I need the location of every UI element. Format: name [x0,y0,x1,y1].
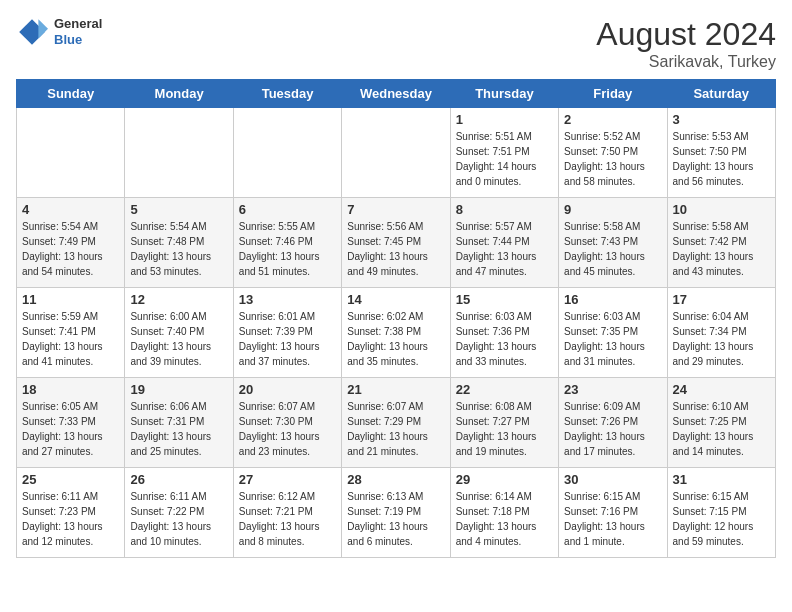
day-info: Sunrise: 5:51 AMSunset: 7:51 PMDaylight:… [456,129,553,189]
calendar-cell [125,108,233,198]
day-info: Sunrise: 5:52 AMSunset: 7:50 PMDaylight:… [564,129,661,189]
day-number: 2 [564,112,661,127]
day-number: 5 [130,202,227,217]
calendar-cell: 27Sunrise: 6:12 AMSunset: 7:21 PMDayligh… [233,468,341,558]
calendar-cell: 15Sunrise: 6:03 AMSunset: 7:36 PMDayligh… [450,288,558,378]
day-info: Sunrise: 5:57 AMSunset: 7:44 PMDaylight:… [456,219,553,279]
calendar-cell: 2Sunrise: 5:52 AMSunset: 7:50 PMDaylight… [559,108,667,198]
day-number: 12 [130,292,227,307]
logo: General Blue [16,16,102,48]
calendar-cell [233,108,341,198]
calendar-cell: 5Sunrise: 5:54 AMSunset: 7:48 PMDaylight… [125,198,233,288]
calendar-table: SundayMondayTuesdayWednesdayThursdayFrid… [16,79,776,558]
day-number: 28 [347,472,444,487]
day-info: Sunrise: 5:56 AMSunset: 7:45 PMDaylight:… [347,219,444,279]
day-number: 24 [673,382,770,397]
day-number: 20 [239,382,336,397]
day-number: 22 [456,382,553,397]
day-number: 13 [239,292,336,307]
weekday-header-saturday: Saturday [667,80,775,108]
day-info: Sunrise: 6:10 AMSunset: 7:25 PMDaylight:… [673,399,770,459]
day-number: 15 [456,292,553,307]
day-info: Sunrise: 6:15 AMSunset: 7:16 PMDaylight:… [564,489,661,549]
day-number: 9 [564,202,661,217]
day-number: 17 [673,292,770,307]
page-header: General Blue August 2024 Sarikavak, Turk… [16,16,776,71]
day-info: Sunrise: 6:11 AMSunset: 7:22 PMDaylight:… [130,489,227,549]
calendar-cell: 7Sunrise: 5:56 AMSunset: 7:45 PMDaylight… [342,198,450,288]
day-number: 6 [239,202,336,217]
calendar-week-3: 11Sunrise: 5:59 AMSunset: 7:41 PMDayligh… [17,288,776,378]
day-number: 1 [456,112,553,127]
calendar-cell: 3Sunrise: 5:53 AMSunset: 7:50 PMDaylight… [667,108,775,198]
calendar-cell: 22Sunrise: 6:08 AMSunset: 7:27 PMDayligh… [450,378,558,468]
day-info: Sunrise: 6:05 AMSunset: 7:33 PMDaylight:… [22,399,119,459]
weekday-header-wednesday: Wednesday [342,80,450,108]
calendar-cell: 18Sunrise: 6:05 AMSunset: 7:33 PMDayligh… [17,378,125,468]
calendar-cell: 26Sunrise: 6:11 AMSunset: 7:22 PMDayligh… [125,468,233,558]
logo-icon [16,16,48,48]
calendar-cell: 13Sunrise: 6:01 AMSunset: 7:39 PMDayligh… [233,288,341,378]
calendar-cell: 24Sunrise: 6:10 AMSunset: 7:25 PMDayligh… [667,378,775,468]
day-info: Sunrise: 5:54 AMSunset: 7:48 PMDaylight:… [130,219,227,279]
calendar-title: August 2024 [596,16,776,53]
day-info: Sunrise: 6:03 AMSunset: 7:35 PMDaylight:… [564,309,661,369]
weekday-header-tuesday: Tuesday [233,80,341,108]
day-number: 26 [130,472,227,487]
day-info: Sunrise: 6:09 AMSunset: 7:26 PMDaylight:… [564,399,661,459]
calendar-cell: 20Sunrise: 6:07 AMSunset: 7:30 PMDayligh… [233,378,341,468]
weekday-row: SundayMondayTuesdayWednesdayThursdayFrid… [17,80,776,108]
day-info: Sunrise: 5:58 AMSunset: 7:43 PMDaylight:… [564,219,661,279]
calendar-cell: 9Sunrise: 5:58 AMSunset: 7:43 PMDaylight… [559,198,667,288]
day-info: Sunrise: 6:11 AMSunset: 7:23 PMDaylight:… [22,489,119,549]
weekday-header-friday: Friday [559,80,667,108]
day-number: 14 [347,292,444,307]
day-info: Sunrise: 6:06 AMSunset: 7:31 PMDaylight:… [130,399,227,459]
day-number: 7 [347,202,444,217]
calendar-cell: 1Sunrise: 5:51 AMSunset: 7:51 PMDaylight… [450,108,558,198]
weekday-header-sunday: Sunday [17,80,125,108]
title-block: August 2024 Sarikavak, Turkey [596,16,776,71]
svg-marker-1 [38,19,48,38]
day-number: 4 [22,202,119,217]
day-info: Sunrise: 6:08 AMSunset: 7:27 PMDaylight:… [456,399,553,459]
calendar-cell: 6Sunrise: 5:55 AMSunset: 7:46 PMDaylight… [233,198,341,288]
calendar-cell: 12Sunrise: 6:00 AMSunset: 7:40 PMDayligh… [125,288,233,378]
calendar-cell: 11Sunrise: 5:59 AMSunset: 7:41 PMDayligh… [17,288,125,378]
day-number: 16 [564,292,661,307]
calendar-cell: 8Sunrise: 5:57 AMSunset: 7:44 PMDaylight… [450,198,558,288]
day-number: 30 [564,472,661,487]
day-number: 10 [673,202,770,217]
calendar-cell: 4Sunrise: 5:54 AMSunset: 7:49 PMDaylight… [17,198,125,288]
day-info: Sunrise: 6:12 AMSunset: 7:21 PMDaylight:… [239,489,336,549]
day-info: Sunrise: 5:59 AMSunset: 7:41 PMDaylight:… [22,309,119,369]
day-info: Sunrise: 6:07 AMSunset: 7:29 PMDaylight:… [347,399,444,459]
calendar-body: 1Sunrise: 5:51 AMSunset: 7:51 PMDaylight… [17,108,776,558]
calendar-cell: 10Sunrise: 5:58 AMSunset: 7:42 PMDayligh… [667,198,775,288]
calendar-cell: 16Sunrise: 6:03 AMSunset: 7:35 PMDayligh… [559,288,667,378]
day-number: 3 [673,112,770,127]
day-info: Sunrise: 6:00 AMSunset: 7:40 PMDaylight:… [130,309,227,369]
calendar-cell [342,108,450,198]
day-number: 19 [130,382,227,397]
day-info: Sunrise: 6:01 AMSunset: 7:39 PMDaylight:… [239,309,336,369]
day-info: Sunrise: 5:58 AMSunset: 7:42 PMDaylight:… [673,219,770,279]
day-info: Sunrise: 6:04 AMSunset: 7:34 PMDaylight:… [673,309,770,369]
day-number: 11 [22,292,119,307]
day-info: Sunrise: 5:55 AMSunset: 7:46 PMDaylight:… [239,219,336,279]
calendar-cell: 21Sunrise: 6:07 AMSunset: 7:29 PMDayligh… [342,378,450,468]
logo-text: General Blue [54,16,102,47]
logo-blue-text: Blue [54,32,102,48]
calendar-week-2: 4Sunrise: 5:54 AMSunset: 7:49 PMDaylight… [17,198,776,288]
calendar-cell: 17Sunrise: 6:04 AMSunset: 7:34 PMDayligh… [667,288,775,378]
day-number: 29 [456,472,553,487]
calendar-cell [17,108,125,198]
day-info: Sunrise: 6:15 AMSunset: 7:15 PMDaylight:… [673,489,770,549]
day-number: 23 [564,382,661,397]
calendar-header: SundayMondayTuesdayWednesdayThursdayFrid… [17,80,776,108]
calendar-cell: 28Sunrise: 6:13 AMSunset: 7:19 PMDayligh… [342,468,450,558]
calendar-week-1: 1Sunrise: 5:51 AMSunset: 7:51 PMDaylight… [17,108,776,198]
day-number: 18 [22,382,119,397]
day-info: Sunrise: 6:13 AMSunset: 7:19 PMDaylight:… [347,489,444,549]
day-info: Sunrise: 5:54 AMSunset: 7:49 PMDaylight:… [22,219,119,279]
